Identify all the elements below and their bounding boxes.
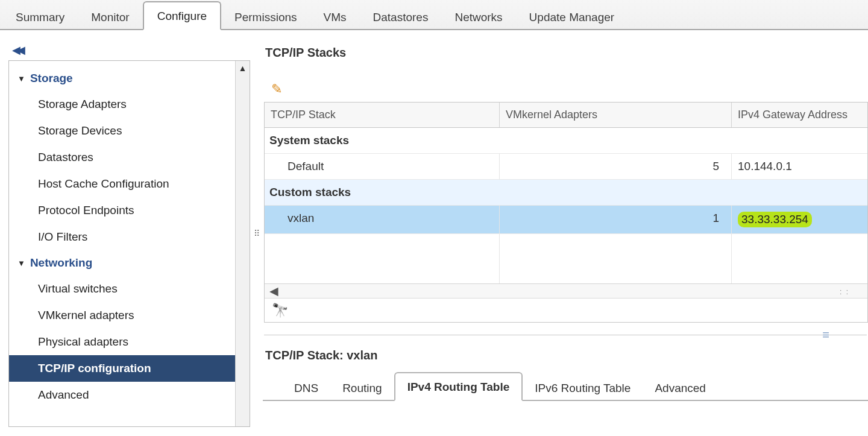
cell-adapter-count: 5: [500, 154, 732, 179]
configure-sidebar: ◀◀ ▼ Storage Storage Adapters Storage De…: [0, 30, 251, 436]
top-tab-strip: Summary Monitor Configure Permissions VM…: [0, 0, 868, 30]
sidebar-scrollbar[interactable]: ▲: [235, 61, 250, 426]
table-header-row: TCP/IP Stack VMkernel Adapters IPv4 Gate…: [265, 103, 867, 128]
cell-adapter-count: 1: [500, 206, 732, 233]
tab-vms[interactable]: VMs: [310, 4, 360, 30]
sidebar-item-advanced[interactable]: Advanced: [9, 382, 235, 408]
table-horizontal-scrollbar[interactable]: ◀ : :: [265, 283, 867, 298]
sidebar-item-vmkernel-adapters[interactable]: VMkernel adapters: [9, 302, 235, 329]
column-header-stack[interactable]: TCP/IP Stack: [265, 103, 500, 127]
column-header-gateway[interactable]: IPv4 Gateway Address: [732, 103, 867, 127]
sidebar-item-datastores[interactable]: Datastores: [9, 144, 235, 171]
group-custom-stacks: Custom stacks: [265, 180, 867, 206]
table-empty-area: [265, 234, 867, 283]
tcpip-stacks-table: TCP/IP Stack VMkernel Adapters IPv4 Gate…: [264, 102, 868, 323]
splitter-handle[interactable]: ⠿: [251, 30, 263, 436]
sidebar-item-tcpip-configuration[interactable]: TCP/IP configuration: [9, 355, 235, 382]
detail-title: TCP/IP Stack: vxlan: [263, 344, 868, 371]
sidebar-item-physical-adapters[interactable]: Physical adapters: [9, 329, 235, 355]
tab-permissions[interactable]: Permissions: [221, 4, 310, 30]
cell-gateway: 10.144.0.1: [732, 154, 867, 179]
caret-down-icon: ▼: [17, 74, 25, 83]
cell-gateway: 33.33.33.254: [732, 206, 867, 233]
sidebar-item-io-filters[interactable]: I/O Filters: [9, 224, 235, 250]
table-row[interactable]: vxlan 1 33.33.33.254: [265, 206, 867, 234]
sidebar-group-storage[interactable]: ▼ Storage: [9, 66, 235, 91]
sidebar-group-networking[interactable]: ▼ Networking: [9, 250, 235, 276]
scroll-grip-icon: : :: [840, 288, 849, 296]
tab-monitor[interactable]: Monitor: [78, 4, 142, 30]
subtab-ipv4-routing[interactable]: IPv4 Routing Table: [394, 372, 523, 401]
sidebar-item-protocol-endpoints[interactable]: Protocol Endpoints: [9, 197, 235, 224]
stacks-title: TCP/IP Stacks: [263, 46, 868, 68]
scroll-left-icon: ◀: [269, 284, 278, 298]
sidebar-item-storage-devices[interactable]: Storage Devices: [9, 118, 235, 144]
column-header-adapters[interactable]: VMkernel Adapters: [500, 103, 732, 127]
subtab-dns[interactable]: DNS: [282, 374, 330, 401]
tab-summary[interactable]: Summary: [2, 4, 78, 30]
tab-datastores[interactable]: Datastores: [360, 4, 442, 30]
sidebar-group-label: Storage: [30, 72, 73, 85]
scroll-up-icon: ▲: [236, 63, 250, 73]
detail-tab-strip: DNS Routing IPv4 Routing Table IPv6 Rout…: [263, 371, 868, 401]
subtab-advanced[interactable]: Advanced: [643, 374, 718, 401]
subtab-routing[interactable]: Routing: [330, 374, 394, 401]
collapse-sidebar-icon[interactable]: ◀◀: [8, 43, 250, 60]
tab-configure[interactable]: Configure: [143, 1, 221, 30]
table-row[interactable]: Default 5 10.144.0.1: [265, 154, 867, 180]
subtab-ipv6-routing[interactable]: IPv6 Routing Table: [523, 374, 643, 401]
sidebar-group-label: Networking: [30, 256, 92, 270]
content-area: TCP/IP Stacks ✎ TCP/IP Stack VMkernel Ad…: [263, 30, 868, 436]
highlighted-gateway: 33.33.33.254: [738, 212, 812, 227]
edit-icon[interactable]: ✎: [271, 81, 282, 97]
cell-stack-name: vxlan: [265, 206, 500, 233]
group-system-stacks: System stacks: [265, 128, 867, 154]
sidebar-item-virtual-switches[interactable]: Virtual switches: [9, 276, 235, 302]
caret-down-icon: ▼: [17, 259, 25, 268]
find-icon[interactable]: 🔭: [272, 303, 288, 318]
sidebar-item-storage-adapters[interactable]: Storage Adapters: [9, 91, 235, 118]
tab-networks[interactable]: Networks: [441, 4, 515, 30]
sidebar-item-host-cache[interactable]: Host Cache Configuration: [9, 171, 235, 197]
cell-stack-name: Default: [265, 154, 500, 179]
tab-update-manager[interactable]: Update Manager: [516, 4, 628, 30]
vertical-splitter[interactable]: [264, 335, 867, 335]
